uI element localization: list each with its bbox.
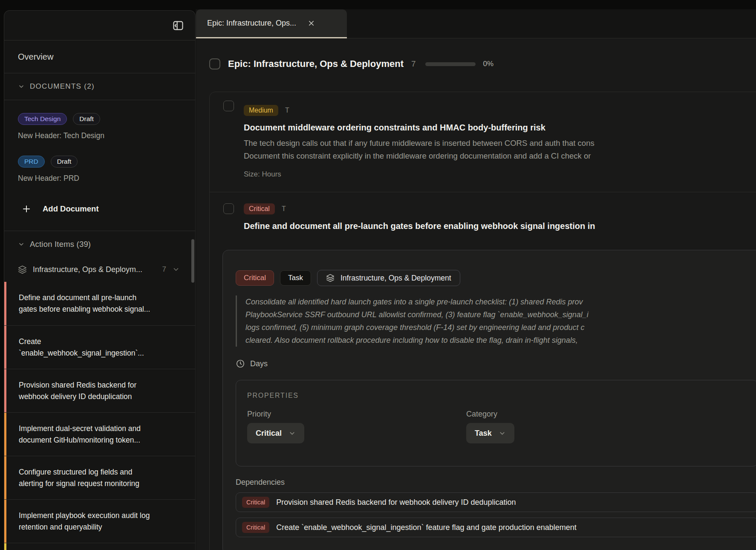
detail-priority-badge: Critical <box>236 270 274 286</box>
epic-title: Epic: Infrastructure, Ops & Deployment <box>228 58 404 69</box>
layers-icon <box>326 274 335 282</box>
list-item[interactable]: Implement playbook execution audit log r… <box>4 499 195 543</box>
effort-row: Days <box>236 359 756 369</box>
task-detail-description: Consolidate all identified hard launch g… <box>236 295 756 347</box>
dependencies-section: Dependencies Critical Provision shared R… <box>236 478 756 537</box>
tab-close-button[interactable] <box>307 19 315 27</box>
chevron-down-icon <box>18 241 25 248</box>
action-items-section-header[interactable]: Action Items (39) <box>4 231 195 257</box>
chip-label: Infrastructure, Ops & Deployment <box>340 274 451 283</box>
add-document-label: Add Document <box>43 204 99 214</box>
item-text: Implement dual-secret validation and <box>19 423 184 434</box>
item-text: Provision shared Redis backend for <box>19 379 184 391</box>
task-checkbox[interactable] <box>223 203 234 214</box>
priority-bar <box>4 500 6 543</box>
group-label: Infrastructure, Ops & Deploym... <box>33 265 142 274</box>
chevron-down-icon <box>18 83 25 90</box>
doc-type-badge: Tech Design <box>18 113 67 125</box>
properties-header: PROPERTIES <box>247 391 747 400</box>
list-item[interactable] <box>4 543 195 550</box>
sidebar-collapse-button[interactable] <box>171 18 185 33</box>
item-text: Create <box>19 336 184 347</box>
priority-bar <box>4 456 6 499</box>
item-text: retention and queryability <box>19 521 184 533</box>
action-items-list: Define and document all pre-launch gates… <box>4 282 195 550</box>
chevron-down-icon[interactable] <box>172 266 180 273</box>
list-item[interactable]: Create `enable_webhook_signal_ingestion`… <box>4 325 195 369</box>
action-items-group[interactable]: Infrastructure, Ops & Deploym... 7 <box>4 257 195 282</box>
priority-dropdown[interactable]: Critical <box>247 423 304 443</box>
list-item[interactable]: Provision shared Redis backend for webho… <box>4 369 195 412</box>
dependency-priority-badge: Critical <box>242 522 269 533</box>
tab-bar: Epic: Infrastructure, Ops... <box>196 9 756 38</box>
task-description: The tech design calls out that if any fu… <box>244 137 756 162</box>
add-document-button[interactable]: Add Document <box>18 203 99 215</box>
priority-bar <box>4 326 6 369</box>
priority-bar <box>4 282 6 325</box>
list-item[interactable]: Define and document all pre-launch gates… <box>4 282 195 325</box>
dependencies-header: Dependencies <box>236 478 756 487</box>
dependency-row[interactable]: Critical Create `enable_webhook_signal_i… <box>236 518 756 537</box>
epic-count: 7 <box>411 59 416 69</box>
properties-box: PROPERTIES Priority Critical Category <box>236 380 756 466</box>
panel-collapse-icon <box>172 20 184 32</box>
document-item[interactable]: PRD Draft New Header: PRD <box>18 156 182 184</box>
tab-epic[interactable]: Epic: Infrastructure, Ops... <box>196 9 347 38</box>
item-text: alerting for signal request monitoring <box>19 478 184 489</box>
document-item[interactable]: Tech Design Draft New Header: Tech Desig… <box>18 113 182 141</box>
doc-status-badge: Draft <box>73 113 100 125</box>
overview-label: Overview <box>18 52 53 62</box>
task-title[interactable]: Document middleware ordering constraints… <box>244 122 756 133</box>
priority-badge: Critical <box>244 203 275 214</box>
layers-icon <box>18 265 27 274</box>
item-text: gates before enabling webhook signal... <box>19 304 184 315</box>
doc-status-badge: Draft <box>51 156 78 168</box>
task-title[interactable]: Define and document all pre-launch gates… <box>244 220 756 232</box>
type-letter: T <box>285 107 289 114</box>
item-text: Configure structured log fields and <box>19 466 184 478</box>
category-dropdown-value: Task <box>475 429 492 438</box>
doc-title[interactable]: New Header: Tech Design <box>18 130 182 141</box>
documents-list: Tech Design Draft New Header: Tech Desig… <box>4 100 195 231</box>
priority-badge: Medium <box>244 105 278 116</box>
list-item[interactable]: Implement dual-secret validation and doc… <box>4 412 195 456</box>
task-size: Size: Hours <box>244 170 756 179</box>
category-field-label: Category <box>466 409 514 419</box>
list-item[interactable]: Configure structured log fields and aler… <box>4 456 195 499</box>
category-dropdown[interactable]: Task <box>466 423 514 443</box>
documents-section-header[interactable]: DOCUMENTS (2) <box>4 73 195 100</box>
close-icon <box>307 19 315 27</box>
sidebar-scrollbar-thumb[interactable] <box>191 239 194 283</box>
sidebar-item-overview[interactable]: Overview <box>4 41 195 73</box>
action-items-header-label: Action Items (39) <box>30 240 91 249</box>
task-row[interactable]: Medium T Document middleware ordering co… <box>210 92 756 192</box>
main-content: Epic: Infrastructure, Ops & Deployment 7… <box>196 38 756 550</box>
task-checkbox[interactable] <box>223 101 234 111</box>
item-text: webhook delivery ID deduplication <box>19 391 184 402</box>
task-row[interactable]: Critical T Define and document all pre-l… <box>210 192 756 232</box>
item-text: `enable_webhook_signal_ingestion`... <box>19 347 184 359</box>
item-text: document GitHub/monitoring token... <box>19 434 184 446</box>
task-list-card: Medium T Document middleware ordering co… <box>209 92 756 550</box>
dependency-row[interactable]: Critical Provision shared Redis backend … <box>236 492 756 512</box>
tab-label: Epic: Infrastructure, Ops... <box>207 19 296 28</box>
plus-icon <box>21 204 32 214</box>
priority-bar <box>4 369 6 412</box>
detail-category-chip[interactable]: Infrastructure, Ops & Deployment <box>317 270 460 286</box>
priority-bar <box>4 413 6 456</box>
detail-type-badge: Task <box>280 270 311 286</box>
item-text: Define and document all pre-launch <box>19 292 184 304</box>
clock-icon <box>236 359 245 368</box>
task-detail-panel: Critical Task Infrastructure, Ops & Depl… <box>222 250 756 550</box>
documents-header-label: DOCUMENTS (2) <box>30 82 95 91</box>
type-letter: T <box>282 205 286 213</box>
dependency-priority-badge: Critical <box>242 497 269 508</box>
priority-bar <box>4 543 6 550</box>
progress-bar <box>425 62 476 66</box>
epic-checkbox[interactable] <box>209 58 220 69</box>
effort-label: Days <box>250 359 268 368</box>
doc-type-badge: PRD <box>18 156 45 168</box>
priority-dropdown-value: Critical <box>256 429 282 438</box>
doc-title[interactable]: New Header: PRD <box>18 173 182 184</box>
dependency-text: Create `enable_webhook_signal_ingestion`… <box>276 523 577 532</box>
